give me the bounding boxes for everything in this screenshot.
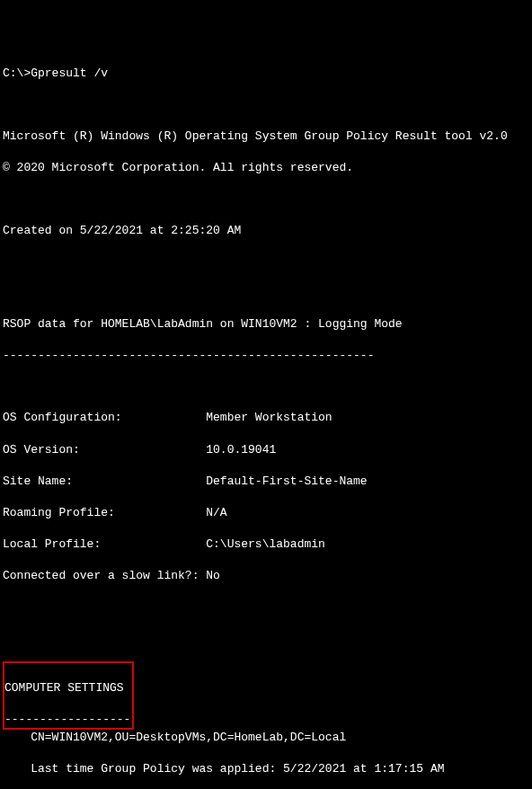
site-name: Site Name: Default-First-Site-Name	[3, 474, 532, 490]
created-on: Created on ‎5/‎22/‎2021 at 2:25:20 AM	[3, 223, 532, 239]
rsop-dashes: ----------------------------------------…	[3, 348, 532, 364]
local-profile: Local Profile: C:\Users\labadmin	[3, 536, 532, 553]
cs-last-applied: Last time Group Policy was applied: 5/22…	[3, 761, 532, 777]
os-configuration: OS Configuration: Member Workstation	[3, 410, 532, 426]
copyright: © 2020 Microsoft Corporation. All rights…	[3, 160, 532, 176]
tool-header: Microsoft (R) Windows (R) Operating Syst…	[3, 129, 532, 145]
command-prompt: C:\>Gpresult /v	[3, 66, 532, 82]
cs-cn: CN=WIN10VM2,OU=DesktopVMs,DC=HomeLab,DC=…	[3, 730, 532, 746]
roaming-profile: Roaming Profile: N/A	[3, 505, 532, 521]
computer-settings-header: COMPUTER SETTINGS	[4, 680, 130, 696]
os-version: OS Version: 10.0.19041	[3, 442, 532, 458]
computer-settings-dashes: ------------------	[4, 712, 130, 728]
rsop-header: RSOP data for HOMELAB\LabAdmin on WIN10V…	[3, 316, 532, 332]
computer-settings-highlight: COMPUTER SETTINGS ------------------	[3, 661, 134, 730]
slow-link: Connected over a slow link?: No	[3, 568, 532, 584]
